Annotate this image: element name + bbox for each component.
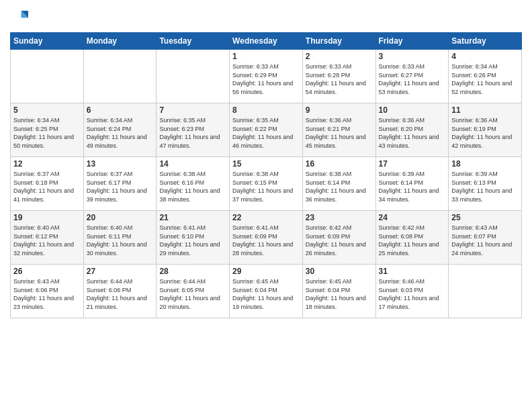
calendar-cell: 17Sunrise: 6:39 AMSunset: 6:14 PMDayligh…	[375, 157, 449, 211]
calendar-cell: 1Sunrise: 6:33 AMSunset: 6:29 PMDaylight…	[230, 50, 303, 103]
calendar-cell: 25Sunrise: 6:43 AMSunset: 6:07 PMDayligh…	[449, 211, 522, 265]
calendar-cell: 12Sunrise: 6:37 AMSunset: 6:18 PMDayligh…	[11, 157, 84, 211]
day-number: 31	[379, 267, 446, 276]
calendar-cell: 4Sunrise: 6:34 AMSunset: 6:26 PMDaylight…	[449, 50, 522, 103]
day-info: Sunrise: 6:39 AMSunset: 6:14 PMDaylight:…	[379, 170, 446, 203]
day-number: 3	[379, 52, 446, 61]
calendar-cell: 10Sunrise: 6:36 AMSunset: 6:20 PMDayligh…	[375, 103, 449, 157]
day-number: 30	[306, 267, 373, 276]
calendar-cell: 13Sunrise: 6:37 AMSunset: 6:17 PMDayligh…	[83, 157, 157, 211]
header	[10, 7, 522, 27]
calendar-cell	[11, 50, 84, 103]
header-monday: Monday	[83, 33, 157, 50]
day-info: Sunrise: 6:33 AMSunset: 6:27 PMDaylight:…	[379, 62, 446, 96]
day-number: 5	[13, 105, 81, 115]
calendar-cell: 5Sunrise: 6:34 AMSunset: 6:25 PMDaylight…	[11, 103, 84, 157]
day-info: Sunrise: 6:36 AMSunset: 6:21 PMDaylight:…	[306, 116, 373, 150]
day-info: Sunrise: 6:43 AMSunset: 6:06 PMDaylight:…	[13, 277, 81, 311]
day-info: Sunrise: 6:40 AMSunset: 6:12 PMDaylight:…	[13, 224, 81, 257]
day-info: Sunrise: 6:41 AMSunset: 6:10 PMDaylight:…	[159, 224, 226, 257]
day-number: 11	[451, 105, 519, 115]
day-number: 10	[379, 105, 446, 115]
calendar-cell	[157, 50, 230, 103]
day-info: Sunrise: 6:34 AMSunset: 6:24 PMDaylight:…	[87, 116, 154, 150]
calendar-cell: 20Sunrise: 6:40 AMSunset: 6:11 PMDayligh…	[83, 211, 157, 265]
day-info: Sunrise: 6:34 AMSunset: 6:25 PMDaylight:…	[13, 116, 81, 150]
day-number: 2	[306, 52, 373, 61]
day-number: 9	[306, 105, 373, 115]
day-number: 27	[87, 267, 154, 276]
day-number: 23	[306, 213, 373, 222]
calendar-cell: 16Sunrise: 6:38 AMSunset: 6:14 PMDayligh…	[302, 157, 375, 211]
calendar-table: Sunday Monday Tuesday Wednesday Thursday…	[10, 32, 522, 318]
day-info: Sunrise: 6:42 AMSunset: 6:08 PMDaylight:…	[379, 224, 446, 257]
calendar-cell: 14Sunrise: 6:38 AMSunset: 6:16 PMDayligh…	[157, 157, 230, 211]
calendar-cell: 3Sunrise: 6:33 AMSunset: 6:27 PMDaylight…	[375, 50, 449, 103]
calendar-week-row: 1Sunrise: 6:33 AMSunset: 6:29 PMDaylight…	[11, 50, 522, 103]
calendar-week-row: 5Sunrise: 6:34 AMSunset: 6:25 PMDaylight…	[11, 103, 522, 157]
day-number: 20	[87, 213, 154, 222]
calendar-cell: 18Sunrise: 6:39 AMSunset: 6:13 PMDayligh…	[449, 157, 522, 211]
day-info: Sunrise: 6:33 AMSunset: 6:28 PMDaylight:…	[306, 62, 373, 96]
day-number: 21	[159, 213, 226, 222]
calendar-header-row: Sunday Monday Tuesday Wednesday Thursday…	[11, 33, 522, 50]
day-info: Sunrise: 6:37 AMSunset: 6:18 PMDaylight:…	[13, 170, 81, 203]
day-number: 12	[13, 159, 81, 169]
calendar-cell: 22Sunrise: 6:41 AMSunset: 6:09 PMDayligh…	[230, 211, 303, 265]
header-saturday: Saturday	[449, 33, 522, 50]
calendar-cell: 9Sunrise: 6:36 AMSunset: 6:21 PMDaylight…	[302, 103, 375, 157]
calendar-cell: 23Sunrise: 6:42 AMSunset: 6:09 PMDayligh…	[302, 211, 375, 265]
day-number: 16	[306, 159, 373, 169]
day-info: Sunrise: 6:36 AMSunset: 6:20 PMDaylight:…	[379, 116, 446, 150]
day-info: Sunrise: 6:46 AMSunset: 6:03 PMDaylight:…	[379, 277, 446, 311]
header-sunday: Sunday	[11, 33, 84, 50]
day-info: Sunrise: 6:36 AMSunset: 6:19 PMDaylight:…	[451, 116, 519, 150]
calendar-week-row: 19Sunrise: 6:40 AMSunset: 6:12 PMDayligh…	[11, 211, 522, 265]
day-info: Sunrise: 6:33 AMSunset: 6:29 PMDaylight:…	[232, 62, 300, 96]
calendar-cell: 21Sunrise: 6:41 AMSunset: 6:10 PMDayligh…	[157, 211, 230, 265]
day-info: Sunrise: 6:35 AMSunset: 6:22 PMDaylight:…	[232, 116, 300, 150]
day-number: 26	[13, 267, 81, 276]
day-info: Sunrise: 6:41 AMSunset: 6:09 PMDaylight:…	[232, 224, 300, 257]
calendar-cell: 29Sunrise: 6:45 AMSunset: 6:04 PMDayligh…	[230, 265, 303, 318]
header-thursday: Thursday	[302, 33, 375, 50]
day-info: Sunrise: 6:38 AMSunset: 6:16 PMDaylight:…	[159, 170, 226, 203]
day-number: 15	[232, 159, 300, 169]
day-number: 29	[232, 267, 300, 276]
day-number: 18	[451, 159, 519, 169]
calendar-cell: 30Sunrise: 6:45 AMSunset: 6:04 PMDayligh…	[302, 265, 375, 318]
day-number: 1	[232, 52, 300, 61]
day-info: Sunrise: 6:38 AMSunset: 6:15 PMDaylight:…	[232, 170, 300, 203]
day-info: Sunrise: 6:44 AMSunset: 6:06 PMDaylight:…	[87, 277, 154, 311]
calendar-cell: 2Sunrise: 6:33 AMSunset: 6:28 PMDaylight…	[302, 50, 375, 103]
logo	[10, 7, 33, 27]
header-wednesday: Wednesday	[230, 33, 303, 50]
calendar-cell: 31Sunrise: 6:46 AMSunset: 6:03 PMDayligh…	[375, 265, 449, 318]
day-number: 24	[379, 213, 446, 222]
calendar-cell: 8Sunrise: 6:35 AMSunset: 6:22 PMDaylight…	[230, 103, 303, 157]
day-number: 4	[451, 52, 519, 61]
day-number: 17	[379, 159, 446, 169]
calendar-cell: 11Sunrise: 6:36 AMSunset: 6:19 PMDayligh…	[449, 103, 522, 157]
day-number: 22	[232, 213, 300, 222]
day-info: Sunrise: 6:34 AMSunset: 6:26 PMDaylight:…	[451, 62, 519, 96]
calendar-cell: 15Sunrise: 6:38 AMSunset: 6:15 PMDayligh…	[230, 157, 303, 211]
day-number: 7	[159, 105, 226, 115]
day-info: Sunrise: 6:38 AMSunset: 6:14 PMDaylight:…	[306, 170, 373, 203]
calendar-week-row: 26Sunrise: 6:43 AMSunset: 6:06 PMDayligh…	[11, 265, 522, 318]
day-number: 13	[87, 159, 154, 169]
calendar-cell: 26Sunrise: 6:43 AMSunset: 6:06 PMDayligh…	[11, 265, 84, 318]
header-friday: Friday	[375, 33, 449, 50]
calendar-cell: 7Sunrise: 6:35 AMSunset: 6:23 PMDaylight…	[157, 103, 230, 157]
logo-icon	[10, 7, 30, 27]
day-info: Sunrise: 6:44 AMSunset: 6:05 PMDaylight:…	[159, 277, 226, 311]
day-number: 14	[159, 159, 226, 169]
day-number: 28	[159, 267, 226, 276]
calendar-cell	[449, 265, 522, 318]
calendar-cell: 19Sunrise: 6:40 AMSunset: 6:12 PMDayligh…	[11, 211, 84, 265]
day-info: Sunrise: 6:37 AMSunset: 6:17 PMDaylight:…	[87, 170, 154, 203]
calendar-cell	[83, 50, 157, 103]
calendar-cell: 6Sunrise: 6:34 AMSunset: 6:24 PMDaylight…	[83, 103, 157, 157]
day-number: 19	[13, 213, 81, 222]
day-number: 8	[232, 105, 300, 115]
